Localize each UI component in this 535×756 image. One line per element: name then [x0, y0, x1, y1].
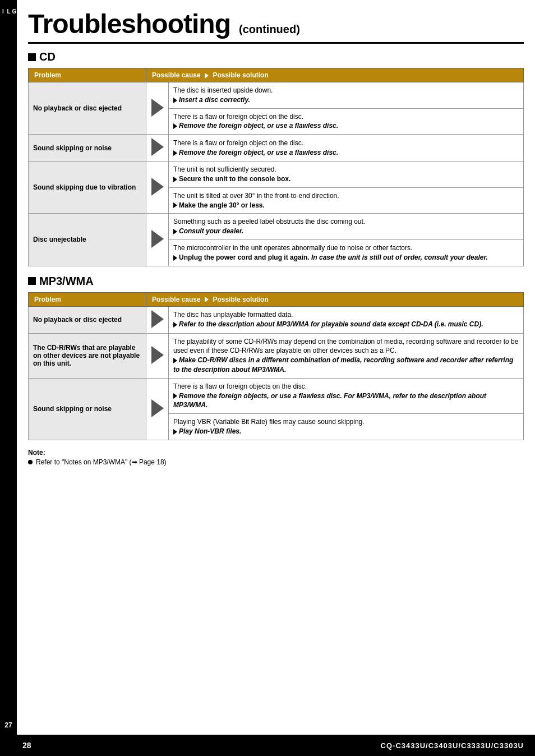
- cd-solution-skipnoise: There is a flaw or foreign object on the…: [169, 135, 524, 162]
- sol-arrow-icon: [173, 177, 177, 182]
- mp3-solution-skip-1: There is a flaw or foreign objects on th…: [169, 378, 524, 413]
- cd-arrow-nopb: [146, 82, 169, 135]
- sidebar: E N G L I S H 27: [0, 0, 17, 735]
- page-container: E N G L I S H 27 Troubleshooting (contin…: [0, 0, 535, 756]
- cd-section-icon: [28, 53, 36, 61]
- mp3-table: Problem Possible cause Possible solution…: [28, 292, 524, 440]
- cd-problem-skipnoise: Sound skipping or noise: [29, 135, 146, 162]
- sol-arrow-icon: [173, 202, 177, 208]
- arrow-triangle-icon: [151, 138, 164, 156]
- mp3-solution-nopb: The disc has unplayable formatted data. …: [169, 306, 524, 333]
- cd-section-header: CD: [28, 50, 524, 63]
- sol-arrow-icon: [173, 393, 177, 399]
- footer-page-number: 28: [22, 741, 31, 750]
- arrow-triangle-icon: [151, 346, 164, 364]
- mp3-row-cdrw: The CD-R/RWs that are playable on other …: [29, 333, 524, 378]
- mp3-row-nopb: No playback or disc ejected The disc has…: [29, 306, 524, 333]
- sol-arrow-icon: [173, 429, 177, 435]
- cd-section-title: CD: [39, 50, 56, 63]
- page-subtitle: (continued): [239, 23, 300, 36]
- cd-header-solution: Possible cause Possible solution: [146, 68, 524, 82]
- header-arrow-icon: [205, 73, 209, 79]
- cd-problem-unejectable: Disc unejectable: [29, 214, 146, 266]
- cd-arrow-unejectable: [146, 214, 169, 266]
- mp3-section: MP3/WMA Problem Possible cause Possible …: [28, 275, 524, 440]
- mp3-arrow-cdrw: [146, 333, 169, 378]
- cd-row-unejectable-1: Disc unejectable Something such as a pee…: [29, 214, 524, 240]
- mp3-row-skip-1: Sound skipping or noise There is a flaw …: [29, 378, 524, 413]
- cd-section: CD Problem Possible cause Possible solut…: [28, 50, 524, 266]
- note-section: Note: Refer to "Notes on MP3/WMA" (➡ Pag…: [28, 449, 524, 466]
- cd-row-vibration-1: Sound skipping due to vibration The unit…: [29, 162, 524, 188]
- mp3-header-solution: Possible cause Possible solution: [146, 292, 524, 306]
- page-footer: 28 CQ-C3433U/C3403U/C3333U/C3303U: [0, 735, 535, 756]
- cd-solution-nopb-2: There is a flaw or foreign object on the…: [169, 108, 524, 135]
- cd-arrow-vibration: [146, 162, 169, 214]
- sol-arrow-icon: [173, 229, 177, 234]
- cd-solution-nopb-1: The disc is inserted upside down. Insert…: [169, 82, 524, 109]
- mp3-problem-nopb: No playback or disc ejected: [29, 306, 146, 333]
- mp3-section-header: MP3/WMA: [28, 275, 524, 288]
- sol-arrow-icon: [173, 255, 177, 261]
- cd-row-skip-noise: Sound skipping or noise There is a flaw …: [29, 135, 524, 162]
- arrow-triangle-icon: [151, 99, 164, 117]
- cd-row-nopb-1: No playback or disc ejected The disc is …: [29, 82, 524, 109]
- sidebar-page-number: 27: [4, 721, 12, 735]
- cd-solution-vibration-1: The unit is not sufficiently secured. Se…: [169, 162, 524, 188]
- cd-table: Problem Possible cause Possible solution…: [28, 68, 524, 266]
- cd-solution-unejectable-2: The microcontroller in the unit operates…: [169, 239, 524, 266]
- sidebar-language: E N G L I S H: [0, 6, 28, 16]
- mp3-problem-cdrw: The CD-R/RWs that are playable on other …: [29, 333, 146, 378]
- arrow-triangle-icon: [151, 399, 164, 417]
- note-bullet-icon: [28, 460, 33, 464]
- sol-arrow-icon: [173, 358, 177, 363]
- mp3-problem-skip: Sound skipping or noise: [29, 378, 146, 440]
- sol-arrow-icon: [173, 98, 177, 103]
- mp3-arrow-skip: [146, 378, 169, 440]
- header-arrow-icon: [205, 297, 209, 302]
- mp3-table-header-row: Problem Possible cause Possible solution: [29, 292, 524, 306]
- cd-arrow-skipnoise: [146, 135, 169, 162]
- arrow-triangle-icon: [151, 310, 164, 328]
- sol-arrow-icon: [173, 322, 177, 328]
- cd-problem-nopb: No playback or disc ejected: [29, 82, 146, 135]
- arrow-triangle-icon: [151, 178, 164, 196]
- page-title: Troubleshooting: [28, 8, 230, 39]
- sol-arrow-icon: [173, 123, 177, 129]
- cd-problem-vibration: Sound skipping due to vibration: [29, 162, 146, 214]
- cd-solution-vibration-2: The unit is tilted at over 30° in the fr…: [169, 187, 524, 214]
- cd-header-problem: Problem: [29, 68, 146, 82]
- footer-model-number: CQ-C3433U/C3403U/C3333U/C3303U: [381, 741, 524, 750]
- mp3-header-problem: Problem: [29, 292, 146, 306]
- mp3-solution-skip-2: Playing VBR (Variable Bit Rate) files ma…: [169, 414, 524, 440]
- mp3-solution-cdrw: The playability of some CD-R/RWs may dep…: [169, 333, 524, 378]
- mp3-section-title: MP3/WMA: [39, 275, 94, 288]
- note-item: Refer to "Notes on MP3/WMA" (➡ Page 18): [28, 458, 524, 466]
- title-area: Troubleshooting (continued): [28, 8, 524, 44]
- cd-solution-unejectable-1: Something such as a peeled label obstruc…: [169, 214, 524, 240]
- mp3-section-icon: [28, 277, 36, 285]
- arrow-triangle-icon: [151, 230, 164, 248]
- note-title: Note:: [28, 449, 524, 457]
- cd-table-header-row: Problem Possible cause Possible solution: [29, 68, 524, 82]
- mp3-arrow-nopb: [146, 306, 169, 333]
- note-text: Refer to "Notes on MP3/WMA" (➡ Page 18): [36, 458, 167, 466]
- main-content: Troubleshooting (continued) CD Problem P…: [17, 0, 535, 474]
- sol-arrow-icon: [173, 150, 177, 156]
